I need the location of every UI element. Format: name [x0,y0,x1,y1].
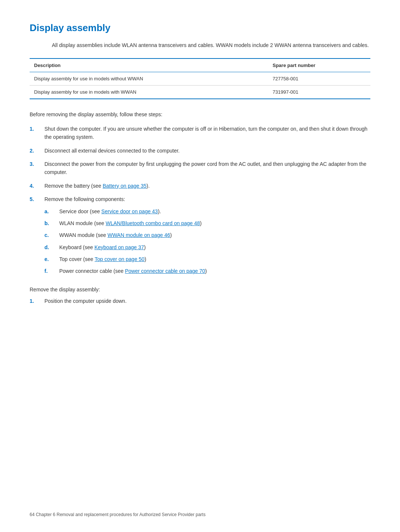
sub-step-link[interactable]: WWAN module on page 46 [107,232,170,238]
step-number: 1. [30,125,44,133]
step-content: Shut down the computer. If you are unsur… [44,125,370,141]
step-number: 5. [30,195,44,203]
main-steps-list: 1.Shut down the computer. If you are uns… [30,125,370,279]
sub-step-content: Service door (see Service door on page 4… [59,207,370,215]
table-header-description: Description [30,58,268,72]
sub-step-number: e. [44,255,59,263]
before-removing-text: Before removing the display assembly, fo… [30,110,370,118]
remove-steps-list: 1.Position the computer upside down. [30,297,370,305]
footer: 64 Chapter 6 Removal and replacement pro… [30,512,370,517]
table-cell-part-number: 731997-001 [268,86,370,99]
sub-step-content: WWAN module (see WWAN module on page 46) [59,231,370,239]
sub-step-number: c. [44,231,59,239]
table-row: Display assembly for use in models witho… [30,72,370,86]
sub-step-number: f. [44,267,59,275]
step-number: 3. [30,160,44,168]
sub-step-item: c.WWAN module (see WWAN module on page 4… [44,231,370,239]
page-title: Display assembly [30,22,370,34]
sub-step-content: Top cover (see Top cover on page 50) [59,255,370,263]
sub-step-number: d. [44,243,59,251]
sub-step-content: Power connector cable (see Power connect… [59,267,370,275]
sub-step-item: d.Keyboard (see Keyboard on page 37) [44,243,370,251]
step-item: 1.Shut down the computer. If you are uns… [30,125,370,141]
step-number: 4. [30,182,44,190]
step-item: 4.Remove the battery (see Battery on pag… [30,182,370,190]
sub-step-link[interactable]: Keyboard on page 37 [94,244,144,250]
sub-step-link[interactable]: Power connector cable on page 70 [125,268,205,274]
sub-step-content: Keyboard (see Keyboard on page 37) [59,243,370,251]
sub-step-item: b.WLAN module (see WLAN/Bluetooth combo … [44,219,370,227]
table-cell-description: Display assembly for use in models witho… [30,72,268,86]
step-content: Disconnect the power from the computer b… [44,160,370,177]
remove-step-item: 1.Position the computer upside down. [30,297,370,305]
sub-step-link[interactable]: WLAN/Bluetooth combo card on page 48 [106,220,200,226]
sub-step-number: b. [44,219,59,227]
sub-step-item: f.Power connector cable (see Power conne… [44,267,370,275]
step-item: 2.Disconnect all external devices connec… [30,147,370,155]
step-link[interactable]: Battery on page 35 [103,183,146,189]
table-cell-description: Display assembly for use in models with … [30,86,268,99]
intro-paragraph: All display assemblies include WLAN ante… [52,41,370,49]
step-number: 2. [30,147,44,155]
table-row: Display assembly for use in models with … [30,86,370,99]
sub-step-item: e.Top cover (see Top cover on page 50) [44,255,370,263]
step-item: 3.Disconnect the power from the computer… [30,160,370,177]
step-content: Remove the following components:a.Servic… [44,195,370,279]
sub-step-link[interactable]: Service door on page 43 [101,208,158,214]
sub-step-content: WLAN module (see WLAN/Bluetooth combo ca… [59,219,370,227]
step-item: 5.Remove the following components:a.Serv… [30,195,370,279]
remove-step-content: Position the computer upside down. [44,297,370,305]
table-header-part-number: Spare part number [268,58,370,72]
step-content: Disconnect all external devices connecte… [44,147,370,155]
parts-table: Description Spare part number Display as… [30,58,370,99]
step-content: Remove the battery (see Battery on page … [44,182,370,190]
sub-step-link[interactable]: Top cover on page 50 [94,256,144,262]
sub-step-number: a. [44,207,59,215]
remove-label: Remove the display assembly: [30,287,370,292]
sub-steps-list: a.Service door (see Service door on page… [44,207,370,275]
sub-step-item: a.Service door (see Service door on page… [44,207,370,215]
remove-step-number: 1. [30,297,44,305]
table-cell-part-number: 727758-001 [268,72,370,86]
